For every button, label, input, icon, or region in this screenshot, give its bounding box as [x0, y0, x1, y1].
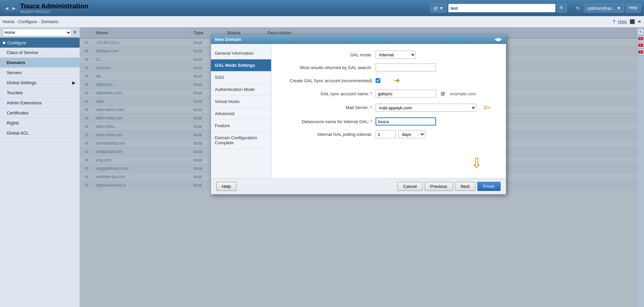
most-results-input[interactable] — [376, 63, 436, 71]
modal-title-arrows: ◀▶ — [495, 37, 502, 42]
configure-header[interactable]: ■ Configure — [0, 38, 80, 48]
new-domain-modal: New Domain ◀▶ General Information GAL Mo… — [211, 34, 506, 195]
nav-back-button[interactable]: ◀ — [3, 5, 10, 11]
logo: Touca Administration AN ARIS PRODUCT — [20, 2, 88, 14]
at-sign: @ — [439, 91, 447, 96]
gal-sync-name-row: GAL sync account name: @ example.com — [282, 90, 496, 98]
create-gal-sync-label: Create GAL Sync account (recommended) — [282, 78, 376, 83]
badge-1: 0 — [638, 37, 643, 40]
wizard-steps: General Information GAL Mode Settings SS… — [211, 44, 271, 178]
wizard-step-feature[interactable]: Feature — [211, 120, 271, 132]
nav-arrows: ◀ ▶ — [3, 5, 17, 11]
modal-overlay: New Domain ◀▶ General Information GAL Mo… — [80, 28, 637, 307]
right-panel-icon-2[interactable]: 0 — [638, 36, 644, 42]
wizard-step-complete[interactable]: Domain Configuration Complete — [211, 132, 271, 149]
modal-title-bar: New Domain ◀▶ — [211, 35, 506, 44]
next-button[interactable]: Next — [455, 182, 475, 191]
top-header: ◀ ▶ Touca Administration AN ARIS PRODUCT… — [0, 0, 644, 16]
user-menu-button[interactable]: zjabban@ap... ▼ — [584, 4, 624, 12]
help-button[interactable]: Help — [626, 4, 641, 12]
sidebar-item-servers[interactable]: Servers — [0, 68, 80, 78]
arrow-right-indicator: ➜ — [394, 76, 400, 85]
refresh-button[interactable]: ↻ — [573, 4, 582, 12]
content-area: Name Type Status Description ✉ 110.80.21… — [80, 28, 637, 307]
previous-button[interactable]: Previous — [425, 182, 453, 191]
sidebar-item-certificates[interactable]: Certificates — [0, 108, 80, 118]
second-header-right: ? Help ⬛ ✕ — [613, 19, 641, 24]
search-input[interactable] — [448, 4, 556, 12]
modal-title: New Domain — [215, 37, 241, 42]
domain-example: example.com — [450, 91, 476, 96]
cancel-button[interactable]: Cancel — [397, 182, 422, 191]
right-panel-icon-1[interactable]: ✎ — [638, 29, 644, 35]
mail-server-row: Mail Server: mail.appeyk.com ⇦ — [282, 102, 496, 113]
wizard-step-general[interactable]: General Information — [211, 47, 271, 59]
sidebar-item-global-settings[interactable]: Global Settings ▶ — [0, 78, 80, 88]
finish-button[interactable]: Finish — [477, 182, 501, 191]
most-results-row: Most results returned by GAL search: — [282, 63, 496, 71]
global-settings-arrow-icon: ▶ — [72, 80, 76, 85]
user-label: zjabban@ap... — [587, 6, 615, 11]
polling-row: Internal GAL polling interval: days hour… — [282, 130, 496, 138]
home-selector: Home ▼ — [0, 28, 80, 38]
sidebar-item-domains[interactable]: Domains — [0, 58, 80, 68]
right-panel: ✎ 0 0 1 — [637, 28, 644, 307]
sidebar-menu: Class of Service Domains Servers Global … — [0, 48, 80, 138]
footer-right: Cancel Previous Next Finish — [397, 182, 500, 191]
polling-label: Internal GAL polling interval: — [282, 132, 376, 137]
header-right: ↻ zjabban@ap... ▼ Help — [573, 4, 641, 12]
search-type-button[interactable]: @ ▼ — [430, 4, 446, 12]
close-icon[interactable]: ✕ — [638, 19, 641, 24]
arrow-down-indicator: ⇩ — [471, 156, 482, 170]
help-icon: ? — [613, 19, 615, 24]
arrow-left-indicator: ⇦ — [483, 102, 490, 113]
search-area: @ ▼ 🔍 — [430, 4, 567, 12]
wizard-step-advanced[interactable]: Advanced — [211, 108, 271, 120]
app-subtitle: AN ARIS PRODUCT — [20, 10, 88, 14]
gal-mode-row: GAL mode: Internal External None — [282, 51, 496, 59]
logo-area: ◀ ▶ Touca Administration AN ARIS PRODUCT — [3, 2, 427, 14]
search-button[interactable]: 🔍 — [557, 4, 567, 12]
nav-forward-button[interactable]: ▶ — [11, 5, 17, 11]
datasource-row: Datasource name for internal GAL: — [282, 117, 496, 125]
footer-left: Help — [216, 182, 237, 191]
right-panel-icon-4[interactable]: 1 — [638, 49, 644, 55]
wizard-step-sso[interactable]: SSO — [211, 71, 271, 84]
sidebar-item-rights[interactable]: Rights — [0, 118, 80, 128]
home-arrow-icon[interactable]: ▼ — [73, 30, 77, 35]
wizard-step-virtual-hosts[interactable]: Virtual Hosts — [211, 96, 271, 108]
gal-sync-name-input[interactable] — [376, 90, 436, 98]
breadcrumb: Home - Configure - Domains — [3, 19, 58, 24]
configure-icon: ■ — [3, 40, 5, 45]
second-header: Home - Configure - Domains ? Help ⬛ ✕ — [0, 16, 644, 28]
expand-icon[interactable]: ⬛ — [630, 19, 635, 24]
polling-input[interactable] — [376, 130, 396, 138]
search-type-label: @ — [433, 6, 438, 11]
help-link[interactable]: Help — [618, 19, 627, 24]
sidebar-item-class-of-service[interactable]: Class of Service — [0, 48, 80, 58]
mail-server-label: Mail Server: — [282, 105, 376, 110]
search-type-arrow-icon: ▼ — [439, 6, 443, 11]
right-panel-icon-3[interactable]: 0 — [638, 42, 644, 48]
modal-collapse-button[interactable]: ◀▶ — [495, 37, 502, 42]
polling-unit-select[interactable]: days hours minutes — [398, 130, 425, 138]
gal-mode-select[interactable]: Internal External None — [376, 51, 416, 59]
create-gal-sync-row: Create GAL Sync account (recommended) ➜ — [282, 76, 496, 85]
modal-help-button[interactable]: Help — [216, 182, 237, 191]
wizard-step-auth[interactable]: Authentication Mode — [211, 84, 271, 96]
create-gal-sync-checkbox[interactable] — [376, 78, 380, 83]
mail-server-select[interactable]: mail.appeyk.com — [376, 104, 476, 112]
main-layout: Home ▼ ■ Configure Class of Service Doma… — [0, 28, 644, 307]
datasource-input[interactable] — [376, 117, 436, 125]
wizard-step-gal[interactable]: GAL Mode Settings — [211, 59, 271, 71]
sidebar-item-touclets[interactable]: Touclets — [0, 88, 80, 98]
home-select[interactable]: Home — [3, 29, 72, 36]
badge-3: 1 — [638, 50, 643, 54]
user-arrow-icon: ▼ — [616, 6, 621, 11]
sidebar-item-admin-extensions[interactable]: Admin Extensions — [0, 98, 80, 108]
modal-footer: Help Cancel Previous Next Finish — [211, 178, 506, 194]
app-title: Touca Administration — [20, 2, 88, 10]
badge-2: 0 — [638, 44, 643, 47]
sidebar-item-global-acl[interactable]: Global ACL — [0, 128, 80, 138]
gal-mode-label: GAL mode: — [282, 52, 376, 57]
